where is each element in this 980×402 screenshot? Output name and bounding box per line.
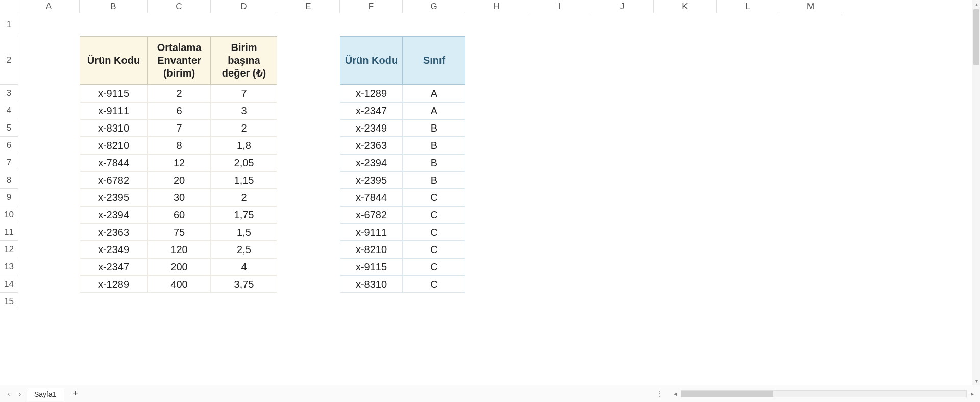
table1-cell-value[interactable]: 2: [211, 189, 277, 206]
table2-header[interactable]: Sınıf: [403, 36, 465, 85]
row-header[interactable]: 3: [0, 85, 18, 102]
scroll-right-icon[interactable]: ▸: [968, 390, 977, 397]
table2-cell-class[interactable]: B: [403, 154, 465, 171]
column-header[interactable]: J: [591, 0, 654, 13]
table2-header[interactable]: Ürün Kodu: [340, 36, 403, 85]
row-header[interactable]: 9: [0, 189, 18, 206]
table1-cell-value[interactable]: 3,75: [211, 275, 277, 293]
table2-cell-code[interactable]: x-7844: [340, 189, 403, 206]
scroll-down-icon[interactable]: ▾: [972, 376, 980, 385]
row-header[interactable]: 15: [0, 293, 18, 310]
vertical-scrollbar[interactable]: ▴ ▾: [972, 0, 980, 385]
column-header[interactable]: A: [18, 0, 80, 13]
table1-cell-inventory[interactable]: 400: [148, 275, 211, 293]
table1-cell-value[interactable]: 2: [211, 119, 277, 137]
table2-cell-class[interactable]: B: [403, 119, 465, 137]
table1-cell-value[interactable]: 1,15: [211, 171, 277, 189]
scroll-left-icon[interactable]: ◂: [671, 390, 680, 397]
table1-cell-value[interactable]: 1,75: [211, 206, 277, 223]
column-header[interactable]: B: [80, 0, 148, 13]
table2-cell-code[interactable]: x-2349: [340, 119, 403, 137]
column-header[interactable]: G: [403, 0, 465, 13]
cells-canvas[interactable]: Ürün KoduOrtalama Envanter (birim)Birim …: [18, 13, 972, 385]
horizontal-scroll-track[interactable]: [681, 390, 967, 397]
column-header[interactable]: F: [340, 0, 403, 13]
table2-cell-code[interactable]: x-8310: [340, 275, 403, 293]
column-header[interactable]: M: [779, 0, 842, 13]
column-header[interactable]: L: [717, 0, 779, 13]
column-header[interactable]: K: [654, 0, 717, 13]
tab-prev-icon[interactable]: ‹: [4, 390, 13, 398]
table1-header[interactable]: Ortalama Envanter (birim): [148, 36, 211, 85]
table1-cell-code[interactable]: x-8310: [80, 119, 148, 137]
sheet-tab[interactable]: Sayfa1: [27, 388, 64, 401]
table1-cell-code[interactable]: x-2395: [80, 189, 148, 206]
column-header[interactable]: D: [211, 0, 277, 13]
table2-cell-class[interactable]: C: [403, 258, 465, 275]
table1-cell-value[interactable]: 7: [211, 85, 277, 102]
tab-next-icon[interactable]: ›: [15, 390, 24, 398]
table1-cell-code[interactable]: x-9115: [80, 85, 148, 102]
row-header[interactable]: 7: [0, 154, 18, 171]
table1-cell-inventory[interactable]: 60: [148, 206, 211, 223]
add-sheet-button[interactable]: +: [69, 388, 82, 400]
table1-cell-inventory[interactable]: 75: [148, 223, 211, 241]
table1-header[interactable]: Birim başına değer (₺): [211, 36, 277, 85]
row-header[interactable]: 14: [0, 275, 18, 293]
table2-cell-class[interactable]: A: [403, 102, 465, 119]
table1-cell-inventory[interactable]: 7: [148, 119, 211, 137]
table2-cell-code[interactable]: x-9111: [340, 223, 403, 241]
vertical-scroll-thumb[interactable]: [973, 9, 979, 65]
row-header[interactable]: 11: [0, 223, 18, 241]
table2-cell-class[interactable]: C: [403, 223, 465, 241]
table2-cell-code[interactable]: x-8210: [340, 241, 403, 258]
table1-cell-code[interactable]: x-9111: [80, 102, 148, 119]
table1-cell-value[interactable]: 1,5: [211, 223, 277, 241]
table1-cell-code[interactable]: x-2347: [80, 258, 148, 275]
table2-cell-code[interactable]: x-2347: [340, 102, 403, 119]
table1-cell-inventory[interactable]: 200: [148, 258, 211, 275]
horizontal-scrollbar[interactable]: ◂ ▸: [668, 390, 980, 397]
row-header[interactable]: 6: [0, 137, 18, 154]
statusbar-menu-icon[interactable]: ⋮: [652, 390, 668, 398]
row-header[interactable]: 5: [0, 119, 18, 137]
row-header[interactable]: 4: [0, 102, 18, 119]
horizontal-scroll-thumb[interactable]: [681, 391, 773, 397]
table2-cell-code[interactable]: x-1289: [340, 85, 403, 102]
column-header[interactable]: I: [528, 0, 591, 13]
table2-cell-class[interactable]: B: [403, 137, 465, 154]
table1-cell-value[interactable]: 3: [211, 102, 277, 119]
table1-cell-inventory[interactable]: 2: [148, 85, 211, 102]
table1-cell-value[interactable]: 4: [211, 258, 277, 275]
table2-cell-class[interactable]: C: [403, 275, 465, 293]
table2-cell-class[interactable]: A: [403, 85, 465, 102]
table1-cell-inventory[interactable]: 30: [148, 189, 211, 206]
row-header[interactable]: 13: [0, 258, 18, 275]
row-header[interactable]: 2: [0, 36, 18, 85]
table2-cell-class[interactable]: C: [403, 241, 465, 258]
table1-cell-code[interactable]: x-6782: [80, 171, 148, 189]
table1-cell-inventory[interactable]: 20: [148, 171, 211, 189]
table2-cell-code[interactable]: x-6782: [340, 206, 403, 223]
row-header[interactable]: 12: [0, 241, 18, 258]
column-header[interactable]: C: [148, 0, 211, 13]
column-header[interactable]: H: [465, 0, 528, 13]
table1-cell-inventory[interactable]: 120: [148, 241, 211, 258]
table2-cell-class[interactable]: C: [403, 189, 465, 206]
table1-cell-code[interactable]: x-7844: [80, 154, 148, 171]
table1-cell-value[interactable]: 2,05: [211, 154, 277, 171]
table2-cell-code[interactable]: x-2363: [340, 137, 403, 154]
table2-cell-code[interactable]: x-2395: [340, 171, 403, 189]
row-header[interactable]: 10: [0, 206, 18, 223]
table1-cell-value[interactable]: 1,8: [211, 137, 277, 154]
table1-cell-inventory[interactable]: 12: [148, 154, 211, 171]
row-header[interactable]: 1: [0, 13, 18, 36]
table1-cell-code[interactable]: x-2349: [80, 241, 148, 258]
table1-cell-value[interactable]: 2,5: [211, 241, 277, 258]
table1-cell-code[interactable]: x-1289: [80, 275, 148, 293]
select-all-corner[interactable]: [0, 0, 18, 13]
table2-cell-class[interactable]: C: [403, 206, 465, 223]
table1-cell-code[interactable]: x-2394: [80, 206, 148, 223]
table1-cell-code[interactable]: x-8210: [80, 137, 148, 154]
table2-cell-code[interactable]: x-9115: [340, 258, 403, 275]
